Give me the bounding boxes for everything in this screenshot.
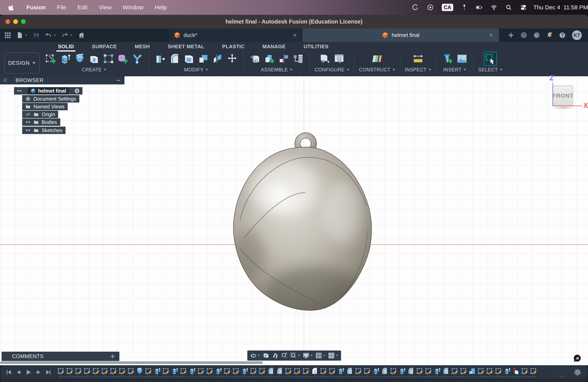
pin-button[interactable]	[461, 4, 468, 11]
timeline-feature-fillet-hatch-30[interactable]	[311, 367, 318, 375]
canvas-tool-button[interactable]	[455, 52, 469, 66]
browser-item-sketches[interactable]: Sketches	[15, 127, 65, 134]
timeline-feature-sketch-1[interactable]	[57, 367, 65, 375]
select-tool-button[interactable]	[484, 52, 497, 66]
timeline-feature-sketch-5[interactable]	[92, 367, 100, 375]
chevron-down-icon[interactable]	[7, 88, 12, 94]
timeline-feature-extrude-44[interactable]	[433, 367, 441, 375]
helmet-3d-model[interactable]	[222, 128, 385, 319]
document-tab-duck[interactable]: duck*	[169, 28, 303, 42]
browser-item-document-settings[interactable]: Document Settings	[15, 95, 79, 103]
timeline-feature-extrude-33[interactable]	[337, 367, 345, 375]
ribbon-tab-plastic[interactable]: PLASTIC	[222, 43, 245, 50]
timeline-feature-error-53[interactable]	[512, 367, 520, 375]
timeline-feature-extrude-22[interactable]	[241, 367, 249, 375]
chevron-right-icon[interactable]	[15, 127, 20, 133]
apple-menu[interactable]	[8, 4, 15, 11]
creative-cloud-button[interactable]	[412, 4, 419, 11]
browser-item-helmet-final[interactable]: helmet final	[7, 87, 83, 95]
timeline-feature-sketch-21[interactable]	[232, 367, 240, 375]
timeline-feature-sketch-32[interactable]	[328, 367, 336, 375]
display-settings-button[interactable]	[303, 352, 313, 359]
joint-tool-button[interactable]	[277, 52, 291, 66]
new-component-tool-button[interactable]	[263, 52, 276, 66]
new-tab-button[interactable]	[507, 32, 514, 39]
timeline-settings-button[interactable]	[573, 368, 582, 376]
move-copy-tool-button[interactable]	[226, 52, 239, 66]
timeline-feature-extrude-52[interactable]	[503, 367, 511, 375]
globe-button[interactable]	[520, 32, 527, 39]
play-button[interactable]	[25, 369, 32, 376]
menu-item-edit[interactable]: Edit	[78, 4, 88, 11]
combine-tool-button[interactable]	[197, 52, 210, 66]
timeline-feature-extrude-12[interactable]	[153, 367, 161, 375]
ribbon-tab-mesh[interactable]: MESH	[135, 43, 150, 50]
browser-item-named-views[interactable]: Named Views	[15, 103, 68, 110]
chevron-right-icon[interactable]	[15, 104, 20, 109]
timeline-feature-fillet-26[interactable]	[276, 367, 284, 375]
hole-tool-button[interactable]	[87, 52, 101, 66]
step-forward-button[interactable]	[35, 369, 42, 376]
browser-item-bodies[interactable]: Bodies	[15, 118, 60, 126]
menu-item-file[interactable]: File	[57, 4, 66, 11]
timeline-feature-sketch-8[interactable]	[118, 367, 126, 375]
comments-panel[interactable]: COMMENTS	[1, 352, 119, 361]
timeline-feature-revolve-10[interactable]	[136, 367, 144, 375]
construction-plane-tool-button[interactable]	[370, 52, 384, 66]
undo-button[interactable]	[45, 32, 56, 39]
revolve-tool-button[interactable]	[73, 52, 86, 66]
menu-item-fusion[interactable]: Fusion	[26, 4, 45, 11]
timeline-feature-sketch-6[interactable]	[101, 367, 108, 375]
search-button[interactable]	[505, 4, 512, 11]
timeline-feature-sketch-29[interactable]	[302, 367, 310, 375]
chevron-right-icon[interactable]	[15, 112, 20, 117]
group-label-select[interactable]: SELECT	[478, 67, 503, 73]
ribbon-tab-utilities[interactable]: UTILITIES	[304, 43, 328, 50]
activate-component-radio[interactable]	[72, 87, 83, 95]
timeline-feature-sketch-7[interactable]	[109, 367, 117, 375]
timeline-feature-sketch-4[interactable]	[83, 367, 91, 375]
timeline-feature-sketch-3[interactable]	[74, 367, 82, 375]
browser-collapse-button[interactable]	[2, 77, 8, 83]
timeline-feature-sketch-50[interactable]	[486, 367, 494, 375]
close-tab-button[interactable]	[292, 32, 297, 38]
timeline-feature-extrude-19[interactable]	[214, 367, 222, 375]
menu-item-view[interactable]: View	[99, 4, 111, 11]
window-titlebar[interactable]: helmet final - Autodesk Fusion (Educatio…	[0, 15, 588, 28]
timeline-feature-sketch-54[interactable]	[521, 367, 528, 375]
add-comment-button[interactable]	[110, 353, 116, 359]
create-sketch-tool-button[interactable]	[44, 52, 58, 66]
group-label-inspect[interactable]: INSPECT	[405, 67, 431, 73]
user-avatar[interactable]: KT	[572, 30, 582, 40]
bom-tool-button[interactable]	[292, 52, 305, 66]
zoom-window-button[interactable]	[290, 352, 300, 359]
close-tab-button[interactable]	[488, 32, 494, 38]
timeline-feature-extrude-14[interactable]	[171, 367, 178, 375]
pattern-tool-button[interactable]	[102, 52, 115, 66]
timeline-feature-sketch-49[interactable]	[477, 367, 485, 375]
ca-badge[interactable]: CA	[442, 4, 453, 11]
browser-minimize-button[interactable]	[116, 77, 121, 83]
menubar-clock[interactable]: Thu Dec 4 11:58 PM	[533, 4, 588, 11]
timeline-overflow[interactable]: ..	[559, 371, 564, 378]
pipe-tool-button[interactable]	[131, 52, 144, 66]
group-label-construct[interactable]: CONSTRUCT	[359, 67, 395, 73]
control-center-button[interactable]	[520, 4, 527, 11]
timeline-feature-sketch-55[interactable]	[529, 367, 537, 375]
wifi-button[interactable]	[491, 4, 498, 11]
battery-button[interactable]	[476, 4, 483, 11]
timeline-feature-sketch-15[interactable]	[179, 367, 187, 375]
browser-item-origin[interactable]: Origin	[15, 111, 58, 118]
measure-tool-button[interactable]	[411, 52, 425, 66]
visibility-toggle[interactable]	[14, 87, 25, 95]
viewcube[interactable]: FRONT	[553, 85, 573, 106]
group-label-modify[interactable]: MODIFY	[184, 67, 208, 73]
timeline-feature-fillet-45[interactable]	[442, 367, 450, 375]
eye-icon[interactable]	[25, 119, 31, 125]
timeline-feature-sketch-17[interactable]	[197, 367, 205, 375]
timeline-feature-fillet-25[interactable]	[267, 367, 275, 375]
timeline-scrollbar[interactable]	[0, 361, 263, 364]
menu-item-window[interactable]: Window	[123, 4, 144, 11]
timeline-feature-sketch-28[interactable]	[293, 367, 301, 375]
chevron-right-icon[interactable]	[15, 96, 20, 102]
